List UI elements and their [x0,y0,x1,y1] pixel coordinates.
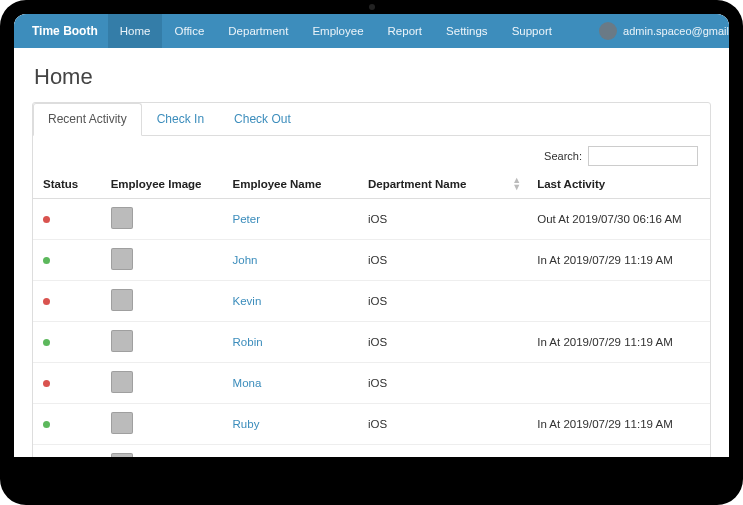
search-input[interactable] [588,146,698,166]
department-cell: iOS [358,445,527,458]
status-dot [43,216,50,223]
page-title: Home [34,64,711,90]
table-body: PeteriOSOut At 2019/07/30 06:16 AMJohniO… [33,199,710,458]
nav-item-office[interactable]: Office [162,14,216,48]
employee-name-link[interactable]: Ruby [233,418,260,430]
tab-check-out[interactable]: Check Out [219,103,306,135]
col-status[interactable]: Status [33,170,101,199]
table-row: JohniOSIn At 2019/07/29 11:19 AM [33,240,710,281]
employee-image[interactable] [111,330,133,352]
user-label: admin.spaceo@gmail [623,25,729,37]
table-header-row: Status Employee Image Employee Name Depa… [33,170,710,199]
department-cell: iOS [358,281,527,322]
sort-icon: ▲▼ [512,177,521,191]
employee-image[interactable] [111,453,133,457]
status-dot [43,257,50,264]
employee-name-link[interactable]: John [233,254,258,266]
panel: Recent Activity Check In Check Out Searc… [32,102,711,457]
nav-item-department[interactable]: Department [216,14,300,48]
department-cell: iOS [358,322,527,363]
department-cell: iOS [358,404,527,445]
table-row: RubyiOSIn At 2019/07/29 11:19 AM [33,404,710,445]
table-row: MonaiOS [33,363,710,404]
nav-item-home[interactable]: Home [108,14,163,48]
col-name[interactable]: Employee Name [223,170,358,199]
employee-name-link[interactable]: Peter [233,213,261,225]
brand[interactable]: Time Booth [22,24,108,38]
status-dot [43,339,50,346]
search-label: Search: [544,150,582,162]
activity-cell: In At 2019/07/29 11:19 AM [527,240,710,281]
device-frame: Time Booth Home Office Department Employ… [0,0,743,505]
screen: Time Booth Home Office Department Employ… [14,14,729,457]
activity-cell: In At 2019/07/29 11:19 AM [527,322,710,363]
tab-check-in[interactable]: Check In [142,103,219,135]
employee-name-link[interactable]: Kevin [233,295,262,307]
department-cell: iOS [358,363,527,404]
nav-items: Home Office Department Employee Report S… [108,14,564,48]
employee-name-link[interactable]: Robin [233,336,263,348]
status-dot [43,380,50,387]
activity-cell: Out At 2019/07/30 06:16 AM [527,199,710,240]
data-table: Status Employee Image Employee Name Depa… [33,170,710,457]
navbar: Time Booth Home Office Department Employ… [14,14,729,48]
nav-user[interactable]: admin.spaceo@gmail [599,22,729,40]
col-activity[interactable]: Last Activity [527,170,710,199]
table-tools: Search: [33,136,710,170]
nav-item-settings[interactable]: Settings [434,14,500,48]
nav-item-support[interactable]: Support [500,14,564,48]
status-dot [43,298,50,305]
department-cell: iOS [358,240,527,281]
employee-name-link[interactable]: Mona [233,377,262,389]
employee-image[interactable] [111,412,133,434]
device-camera [369,4,375,10]
activity-cell [527,363,710,404]
department-cell: iOS [358,199,527,240]
col-image[interactable]: Employee Image [101,170,223,199]
activity-cell [527,445,710,458]
employee-image[interactable] [111,207,133,229]
col-department-label: Department Name [368,178,466,190]
table-row: RobiniOSIn At 2019/07/29 11:19 AM [33,322,710,363]
page-content: Home Recent Activity Check In Check Out … [14,48,729,457]
col-department[interactable]: Department Name ▲▼ [358,170,527,199]
employee-image[interactable] [111,289,133,311]
table-row: PeteriOSOut At 2019/07/30 06:16 AM [33,199,710,240]
activity-cell: In At 2019/07/29 11:19 AM [527,404,710,445]
tab-recent-activity[interactable]: Recent Activity [33,103,142,136]
nav-item-employee[interactable]: Employee [300,14,375,48]
tabs: Recent Activity Check In Check Out [33,103,710,136]
employee-image[interactable] [111,371,133,393]
avatar [599,22,617,40]
table-row: ArunimaiOS [33,445,710,458]
table-row: KeviniOS [33,281,710,322]
nav-item-report[interactable]: Report [376,14,435,48]
status-dot [43,421,50,428]
activity-cell [527,281,710,322]
employee-image[interactable] [111,248,133,270]
